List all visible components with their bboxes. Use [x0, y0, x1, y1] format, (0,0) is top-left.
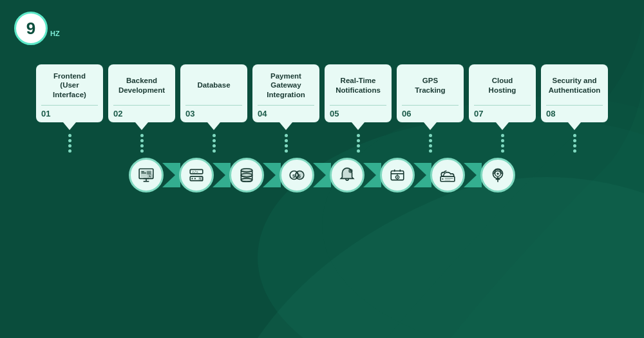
dot	[357, 144, 360, 147]
step-container-04: PaymentGatewayIntegration04	[250, 64, 322, 155]
dot	[140, 134, 144, 137]
dot	[140, 149, 144, 153]
arrow-chevron-3	[263, 163, 281, 187]
logo-sub: HZ	[50, 30, 60, 37]
svg-point-24	[241, 169, 252, 172]
dot	[429, 149, 432, 153]
card-title-03: Database	[185, 70, 242, 104]
dot	[573, 149, 576, 153]
arrow-chevron-4	[313, 163, 331, 187]
svg-point-21	[191, 178, 193, 179]
card-number-04: 04	[258, 107, 314, 118]
dots-col-03	[213, 134, 216, 153]
svg-point-43	[442, 178, 443, 180]
svg-rect-45	[445, 180, 451, 180]
dot	[501, 134, 504, 137]
arrow-chevron-5	[363, 163, 381, 187]
svg-point-40	[397, 176, 398, 178]
dot	[573, 144, 576, 147]
card-bubble-08: Security andAuthentication08	[541, 64, 608, 122]
dot	[357, 149, 360, 153]
icon-circle-02: </>	[179, 158, 214, 192]
dots-col-02	[140, 134, 144, 153]
icon-circle-03	[229, 158, 264, 192]
arrow-chevron-1	[162, 163, 180, 187]
arrow-chevron-2	[213, 163, 231, 187]
step-container-02: BackendDevelopment02	[106, 64, 178, 155]
card-number-01: 01	[41, 107, 98, 118]
dot	[68, 144, 71, 147]
dots-col-05	[357, 134, 360, 153]
icon-circle-05	[330, 158, 365, 192]
card-bubble-01: Frontend(UserInterface)01	[36, 64, 103, 122]
card-title-02: BackendDevelopment	[113, 70, 170, 104]
dot	[285, 144, 288, 147]
step-container-05: Real-TimeNotifications05	[322, 64, 394, 155]
svg-point-22	[194, 178, 196, 179]
dot	[429, 144, 432, 147]
card-bubble-07: CloudHosting07	[469, 64, 536, 122]
dot	[285, 134, 288, 137]
dot	[213, 149, 216, 153]
dot	[357, 139, 360, 142]
dots-col-08	[573, 134, 576, 153]
dot	[140, 139, 144, 142]
icon-container-05	[330, 158, 365, 192]
card-title-07: CloudHosting	[474, 70, 531, 104]
card-number-06: 06	[402, 107, 459, 118]
dot	[213, 134, 216, 137]
step-container-06: GPSTracking06	[394, 64, 466, 155]
step-container-01: Frontend(UserInterface)01	[33, 64, 106, 155]
dot	[573, 134, 576, 137]
card-bubble-02: BackendDevelopment02	[108, 64, 175, 122]
step-container-08: Security andAuthentication08	[538, 64, 611, 155]
svg-point-11	[148, 174, 153, 179]
icon-container-02: </>	[179, 158, 214, 192]
step-container-07: CloudHosting07	[466, 64, 538, 155]
dot	[501, 144, 504, 147]
arrow-chevron-6	[413, 163, 431, 187]
icon-container-04: $ $	[279, 158, 314, 192]
svg-marker-23	[213, 163, 231, 187]
card-number-07: 07	[474, 107, 531, 118]
card-number-05: 05	[330, 107, 386, 118]
card-number-08: 08	[546, 107, 603, 118]
card-number-02: 02	[113, 107, 170, 118]
svg-marker-27	[263, 163, 281, 187]
dots-col-01	[68, 134, 71, 153]
svg-point-35	[348, 169, 353, 173]
svg-marker-36	[363, 163, 381, 187]
svg-line-13	[149, 176, 150, 177]
icon-container-01	[129, 158, 164, 192]
icon-circle-07	[430, 158, 465, 192]
dot	[285, 139, 288, 142]
card-bubble-05: Real-TimeNotifications05	[325, 64, 392, 122]
step-container-03: Database03	[178, 64, 250, 155]
dot	[213, 144, 216, 147]
svg-marker-34	[313, 163, 331, 187]
card-title-01: Frontend(UserInterface)	[41, 70, 98, 104]
svg-marker-46	[464, 163, 482, 187]
card-bubble-04: PaymentGatewayIntegration04	[252, 64, 319, 122]
logo: 9 HZ	[14, 12, 60, 45]
icon-circle-01	[129, 158, 164, 192]
card-bubble-03: Database03	[180, 64, 247, 122]
dot	[429, 134, 432, 137]
arrow-chevron-7	[464, 163, 482, 187]
svg-text:</>: </>	[192, 170, 199, 174]
svg-marker-41	[413, 163, 431, 187]
svg-point-26	[241, 178, 252, 182]
dot	[140, 144, 144, 147]
icons-row: </> $ $	[13, 158, 631, 192]
icon-circle-08	[480, 158, 515, 192]
dot	[573, 139, 576, 142]
dots-col-04	[285, 134, 288, 153]
svg-point-18	[199, 177, 202, 180]
icon-container-06	[380, 158, 415, 192]
icon-circle-04: $ $	[279, 158, 314, 192]
dot	[213, 139, 216, 142]
dot	[68, 139, 71, 142]
dots-col-06	[429, 134, 432, 153]
icon-circle-06	[380, 158, 415, 192]
card-bubble-06: GPSTracking06	[397, 64, 464, 122]
